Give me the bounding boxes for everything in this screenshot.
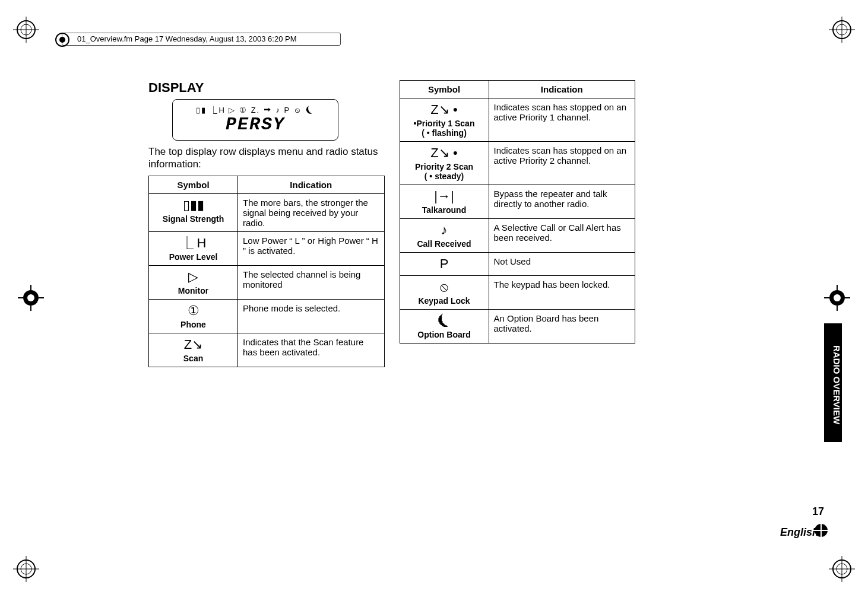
table-row: PNot Used [400, 253, 635, 276]
table-row: Z↘ •Priority 2 Scan ( • steady)Indicates… [400, 142, 635, 185]
table-row: ⏾Option BoardAn Option Board has been ac… [400, 310, 635, 344]
th-indication: Indication [489, 81, 635, 98]
symbol-label: Power Level [154, 252, 233, 262]
svg-point-19 [27, 294, 34, 301]
reg-mark-icon [829, 556, 855, 584]
indication-cell: The more bars, the stronger the signal b… [238, 193, 385, 231]
symbol-table-right: Symbol Indication Z↘ ••Priority 1 Scan (… [400, 80, 636, 344]
indication-cell: Bypass the repeater and talk directly to… [489, 185, 635, 219]
symbol-icon: ⏾ [405, 313, 484, 329]
indication-cell: Phone mode is selected. [238, 299, 385, 333]
indication-cell: An Option Board has been activated. [489, 310, 635, 344]
lcd-text: PERSY [226, 115, 285, 135]
display-intro: The top display row displays menu and ra… [148, 145, 385, 171]
framemaker-file-info: 01_Overview.fm Page 17 Wednesday, August… [77, 34, 297, 43]
left-column: DISPLAY ▯▮ ⎿H ▷ ① Z. ⮕ ♪ P ⦸ ⏾ PERSY The… [148, 80, 385, 367]
symbol-icon: ⎿ H [154, 236, 233, 251]
table-row: ①PhonePhone mode is selected. [149, 299, 385, 333]
symbol-label: Keypad Lock [405, 296, 484, 306]
symbol-label: Phone [154, 320, 233, 329]
th-symbol: Symbol [149, 176, 238, 193]
table-row: ♪Call ReceivedA Selective Call or Call A… [400, 219, 635, 253]
lcd-icon-row: ▯▮ ⎿H ▷ ① Z. ⮕ ♪ P ⦸ ⏾ [196, 106, 315, 115]
table-row: ⦸Keypad LockThe keypad has been locked. [400, 276, 635, 310]
symbol-icon: |→| [405, 189, 484, 204]
symbol-cell: |→|Talkaround [400, 185, 489, 219]
reg-mark-icon [13, 17, 39, 45]
reg-mark-icon [13, 556, 39, 584]
symbol-label: Priority 2 Scan ( • steady) [405, 162, 484, 181]
indication-cell: Indicates that the Scan feature has been… [238, 333, 385, 367]
table-row: ▯▮▮Signal StrengthThe more bars, the str… [149, 193, 385, 231]
symbol-cell: Z↘ ••Priority 1 Scan ( • flashing) [400, 98, 489, 142]
th-symbol: Symbol [400, 81, 489, 98]
indication-cell: The keypad has been locked. [489, 276, 635, 310]
svg-point-25 [59, 37, 65, 43]
page-number: 17 [812, 505, 824, 518]
right-column: Symbol Indication Z↘ ••Priority 1 Scan (… [400, 80, 636, 367]
symbol-label: Talkaround [405, 205, 484, 215]
svg-point-23 [834, 294, 841, 301]
symbol-icon: ⦸ [405, 279, 484, 295]
indication-cell: Not Used [489, 253, 635, 276]
section-tab: RADIO OVERVIEW [824, 323, 842, 442]
symbol-cell: ⏾Option Board [400, 310, 489, 344]
symbol-cell: Z↘Scan [149, 333, 238, 367]
reg-mark-icon [829, 17, 855, 45]
symbol-label: Scan [154, 354, 233, 363]
symbol-icon: ▯▮▮ [154, 198, 233, 213]
symbol-cell: ▯▮▮Signal Strength [149, 193, 238, 231]
indication-cell: The selected channel is being monitored [238, 265, 385, 299]
symbol-cell: ⎿ HPower Level [149, 231, 238, 265]
page-content: DISPLAY ▯▮ ⎿H ▷ ① Z. ⮕ ♪ P ⦸ ⏾ PERSY The… [148, 80, 635, 367]
indication-cell: Indicates scan has stopped on an active … [489, 98, 635, 142]
symbol-cell: P [400, 253, 489, 276]
symbol-label: Monitor [154, 286, 233, 295]
symbol-icon: Z↘ [154, 337, 233, 352]
table-row: ▷MonitorThe selected channel is being mo… [149, 265, 385, 299]
table-row: Z↘ScanIndicates that the Scan feature ha… [149, 333, 385, 367]
symbol-icon: P [405, 256, 484, 272]
symbol-label: Signal Strength [154, 214, 233, 224]
binder-icon [53, 31, 71, 51]
table-row: ⎿ HPower LevelLow Power “ L ” or High Po… [149, 231, 385, 265]
display-heading: DISPLAY [148, 80, 385, 96]
binder-icon [812, 521, 830, 542]
symbol-label: Option Board [405, 330, 484, 339]
symbol-table-left: Symbol Indication ▯▮▮Signal StrengthThe … [148, 176, 385, 367]
indication-cell: A Selective Call or Call Alert has been … [489, 219, 635, 253]
indication-cell: Low Power “ L ” or High Power “ H ” is a… [238, 231, 385, 265]
symbol-label: •Priority 1 Scan ( • flashing) [405, 119, 484, 138]
indication-cell: Indicates scan has stopped on an active … [489, 142, 635, 185]
table-row: Z↘ ••Priority 1 Scan ( • flashing)Indica… [400, 98, 635, 142]
symbol-cell: ⦸Keypad Lock [400, 276, 489, 310]
symbol-icon: ♪ [405, 222, 484, 238]
table-row: |→|TalkaroundBypass the repeater and tal… [400, 185, 635, 219]
reg-mark-icon [824, 285, 850, 313]
symbol-cell: Z↘ •Priority 2 Scan ( • steady) [400, 142, 489, 185]
symbol-cell: ▷Monitor [149, 265, 238, 299]
symbol-icon: ▷ [154, 269, 233, 285]
symbol-label: Call Received [405, 239, 484, 249]
reg-mark-icon [18, 285, 44, 313]
th-indication: Indication [238, 176, 385, 193]
symbol-icon: ① [154, 303, 233, 319]
symbol-cell: ♪Call Received [400, 219, 489, 253]
symbol-icon: Z↘ • [405, 145, 484, 161]
lcd-mockup: ▯▮ ⎿H ▷ ① Z. ⮕ ♪ P ⦸ ⏾ PERSY [172, 99, 338, 141]
symbol-cell: ①Phone [149, 299, 238, 333]
symbol-icon: Z↘ • [405, 102, 484, 117]
